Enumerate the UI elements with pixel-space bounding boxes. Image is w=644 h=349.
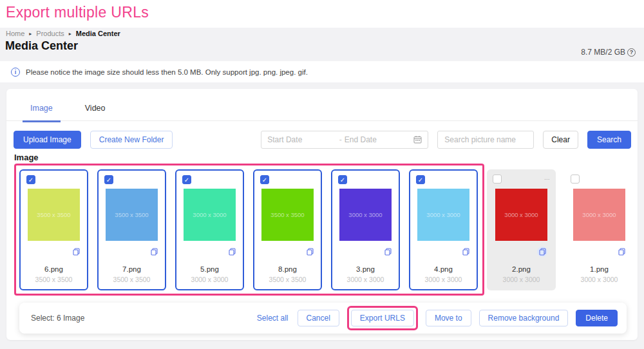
image-thumbnail[interactable]: 3500 x 3500 xyxy=(28,189,80,241)
thumbnail-size-overlay: 3000 x 3000 xyxy=(348,211,382,218)
card-top xyxy=(569,173,630,184)
copy-url-icon[interactable] xyxy=(73,248,80,256)
image-checkbox[interactable]: ✓ xyxy=(182,175,191,184)
export-urls-button[interactable]: Export URLS xyxy=(351,310,414,326)
breadcrumb-current: Media Center xyxy=(76,30,120,37)
thumbnail-size-overlay: 3500 x 3500 xyxy=(37,211,70,218)
card-top: ⋯ xyxy=(491,173,552,184)
cancel-button[interactable]: Cancel xyxy=(298,310,339,326)
image-thumbnail[interactable]: 3500 x 3500 xyxy=(261,189,314,241)
image-thumbnail[interactable]: 3000 x 3000 xyxy=(339,189,392,241)
remove-background-button[interactable]: Remove background xyxy=(479,310,569,326)
copy-row xyxy=(23,247,84,256)
help-icon[interactable]: ? xyxy=(627,48,636,57)
card-top: ✓ xyxy=(101,173,162,184)
date-separator: - xyxy=(339,135,342,144)
thumbnail-size-overlay: 3000 x 3000 xyxy=(504,211,538,218)
delete-button[interactable]: Delete xyxy=(576,310,618,326)
end-date-field[interactable]: End Date xyxy=(345,135,414,144)
card-top: ✓ xyxy=(179,173,240,184)
image-card[interactable]: ✓3000 x 30004.png3000 x 3000 xyxy=(409,169,478,290)
image-checkbox[interactable]: ✓ xyxy=(260,175,269,184)
notice-bar: i Please notice the image size should le… xyxy=(0,61,644,82)
copy-url-icon[interactable] xyxy=(618,248,625,256)
image-checkbox[interactable]: ✓ xyxy=(26,175,35,184)
image-filename: 6.png xyxy=(23,265,84,273)
image-card[interactable]: ✓3000 x 30003.png3000 x 3000 xyxy=(331,169,400,290)
copy-url-icon[interactable] xyxy=(151,248,158,256)
copy-url-icon[interactable] xyxy=(384,248,392,256)
image-card[interactable]: ✓3500 x 35007.png3500 x 3500 xyxy=(97,169,166,290)
tab-image[interactable]: Image xyxy=(23,99,61,122)
page-heading: Media Center xyxy=(5,39,78,53)
image-filename: 4.png xyxy=(413,265,474,273)
select-all-link[interactable]: Select all xyxy=(257,314,289,323)
breadcrumb-separator-icon: ▸ xyxy=(69,31,71,37)
selection-action-bar: Select: 6 Image Select all Cancel Export… xyxy=(19,303,627,334)
copy-row xyxy=(569,247,630,256)
search-input[interactable] xyxy=(437,131,534,149)
search-button[interactable]: Search xyxy=(587,131,631,149)
image-checkbox[interactable]: ✓ xyxy=(338,175,347,184)
image-filename: 8.png xyxy=(257,265,318,273)
thumbnail-size-overlay: 3500 x 3500 xyxy=(115,211,148,218)
image-dimensions: 3000 x 3000 xyxy=(569,276,630,283)
page-background: Home ▸ Products ▸ Media Center Media Cen… xyxy=(0,28,644,349)
breadcrumb-products[interactable]: Products xyxy=(36,30,64,37)
image-card[interactable]: ✓3500 x 35008.png3500 x 3500 xyxy=(253,169,322,290)
image-filename: 1.png xyxy=(569,265,630,273)
image-thumbnail[interactable]: 3000 x 3000 xyxy=(573,189,625,241)
copy-url-icon[interactable] xyxy=(229,248,236,256)
copy-row xyxy=(257,247,318,256)
image-thumbnail[interactable]: 3000 x 3000 xyxy=(417,189,469,241)
image-card[interactable]: ⋯3000 x 30002.png3000 x 3000 xyxy=(487,169,556,290)
copy-url-icon[interactable] xyxy=(307,248,314,256)
image-dimensions: 3500 x 3500 xyxy=(23,276,84,283)
thumbnail-size-overlay: 3000 x 3000 xyxy=(426,211,460,218)
info-icon: i xyxy=(11,68,20,77)
tab-video[interactable]: Video xyxy=(77,99,113,122)
card-top: ✓ xyxy=(23,173,84,184)
image-checkbox[interactable] xyxy=(493,174,502,184)
title-bar: Export multiple URLs xyxy=(0,0,644,28)
image-card[interactable]: ✓3000 x 30005.png3000 x 3000 xyxy=(175,169,244,290)
selection-count: Select: 6 Image xyxy=(31,314,84,323)
copy-url-icon[interactable] xyxy=(537,247,547,257)
start-date-field[interactable]: Start Date xyxy=(267,135,337,144)
copy-url-icon[interactable] xyxy=(462,248,469,256)
image-checkbox[interactable]: ✓ xyxy=(416,175,425,184)
move-to-button[interactable]: Move to xyxy=(426,310,471,326)
image-dimensions: 3500 x 3500 xyxy=(257,276,318,283)
tab-list: Image Video xyxy=(23,99,113,122)
clear-button[interactable]: Clear xyxy=(543,131,578,149)
image-filename: 3.png xyxy=(335,265,396,273)
copy-row xyxy=(101,247,162,256)
create-new-folder-button[interactable]: Create New Folder xyxy=(90,131,173,149)
card-top: ✓ xyxy=(413,173,474,184)
upload-image-button[interactable]: Upload Image xyxy=(14,131,81,149)
image-checkbox[interactable]: ✓ xyxy=(104,175,113,184)
image-card[interactable]: ✓3500 x 35006.png3500 x 3500 xyxy=(19,169,88,290)
image-thumbnail[interactable]: 3500 x 3500 xyxy=(106,189,158,241)
breadcrumb-home[interactable]: Home xyxy=(6,30,24,37)
calendar-icon[interactable] xyxy=(413,135,422,144)
image-card[interactable]: 3000 x 30001.png3000 x 3000 xyxy=(565,169,634,290)
more-options-icon[interactable]: ⋯ xyxy=(544,176,551,182)
image-thumbnail[interactable]: 3000 x 3000 xyxy=(184,189,236,241)
image-filename: 2.png xyxy=(491,265,552,273)
image-filename: 5.png xyxy=(179,265,240,273)
footer-actions: Select all Cancel Export URLS Move to Re… xyxy=(257,306,618,330)
toolbar: Upload Image Create New Folder Start Dat… xyxy=(14,130,631,149)
storage-usage: 8.7 MB/2 GB ? xyxy=(581,48,636,57)
copy-row xyxy=(179,247,240,256)
storage-text: 8.7 MB/2 GB xyxy=(581,48,625,57)
date-range-picker[interactable]: Start Date - End Date xyxy=(261,131,428,149)
card-top: ✓ xyxy=(257,173,318,184)
image-checkbox[interactable] xyxy=(571,174,580,184)
image-thumbnail[interactable]: 3000 x 3000 xyxy=(495,189,547,241)
copy-row xyxy=(491,247,552,256)
image-dimensions: 3500 x 3500 xyxy=(101,276,162,283)
card-top: ✓ xyxy=(335,173,396,184)
notice-text: Please notice the image size should less… xyxy=(26,68,308,76)
page-title: Export multiple URLs xyxy=(6,4,149,21)
